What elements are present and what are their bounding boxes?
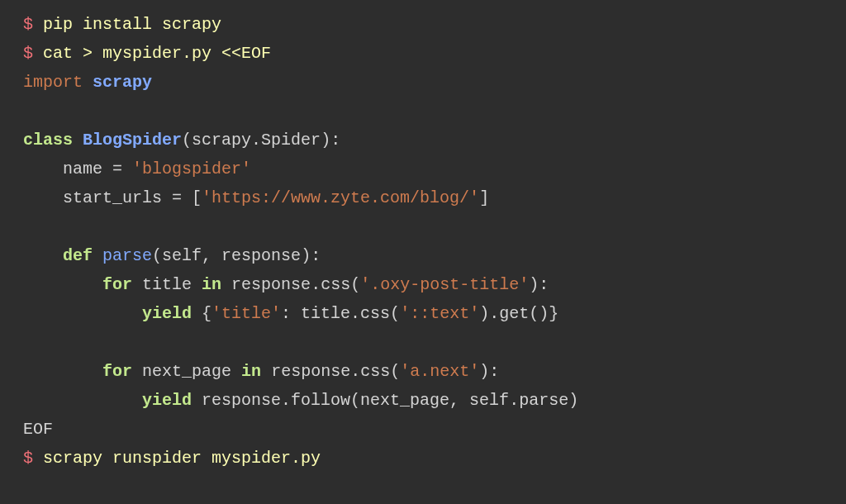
response-css-call: response.css( <box>271 362 400 381</box>
var-title: title <box>142 275 192 294</box>
response-css-call: response.css( <box>231 275 360 294</box>
equals: = <box>102 159 132 178</box>
keyword-yield: yield <box>142 304 192 323</box>
paren-open: ( <box>182 131 192 150</box>
paren-close-colon: ): <box>301 246 321 265</box>
keyword-for: for <box>102 275 132 294</box>
paren-close-colon: ): <box>479 362 499 381</box>
shell-prompt: $ <box>23 449 33 468</box>
get-close: ).get()} <box>479 304 558 323</box>
string-name-value: 'blogspider' <box>132 159 251 178</box>
equals-bracket: = [ <box>162 188 202 207</box>
keyword-yield: yield <box>142 391 192 410</box>
attr-name: name <box>63 159 102 178</box>
keyword-for: for <box>102 362 132 381</box>
keyword-import: import <box>23 73 83 92</box>
module-scrapy: scrapy <box>93 73 152 92</box>
func-parse: parse <box>102 246 152 265</box>
base-module: scrapy <box>192 131 251 150</box>
string-selector-next: 'a.next' <box>400 362 479 381</box>
cmd-cat-heredoc: cat > myspider.py <<EOF <box>43 44 271 63</box>
paren-close-colon: ): <box>529 275 549 294</box>
class-blogspider: BlogSpider <box>83 131 182 150</box>
title-css-call: title.css( <box>301 304 400 323</box>
paren-close-colon: ): <box>321 131 340 150</box>
code-block: $ pip install scrapy $ cat > myspider.py… <box>23 10 823 473</box>
keyword-def: def <box>63 246 93 265</box>
keyword-class: class <box>23 131 73 150</box>
response-follow-call: response.follow(next_page, <box>192 391 469 410</box>
self: self <box>469 391 509 410</box>
cmd-scrapy-runspider: scrapy runspider myspider.py <box>43 449 321 468</box>
shell-prompt: $ <box>23 44 33 63</box>
base-class: Spider <box>261 131 321 150</box>
keyword-in: in <box>202 275 221 294</box>
comma: , <box>202 246 221 265</box>
dot: . <box>251 131 261 150</box>
cmd-pip-install: pip install scrapy <box>43 15 221 34</box>
bracket-close: ] <box>479 188 489 207</box>
string-selector-title: '.oxy-post-title' <box>360 275 529 294</box>
heredoc-eof: EOF <box>23 420 53 439</box>
string-dict-key: 'title' <box>212 304 281 323</box>
keyword-in: in <box>241 362 261 381</box>
attr-start-urls: start_urls <box>63 188 162 207</box>
arg-self: self <box>162 246 202 265</box>
colon: : <box>281 304 301 323</box>
var-next-page: next_page <box>142 362 231 381</box>
string-url: 'https://www.zyte.com/blog/' <box>202 188 479 207</box>
paren-open: ( <box>152 246 162 265</box>
dict-open: { <box>192 304 212 323</box>
shell-prompt: $ <box>23 15 33 34</box>
dot-parse-close: .parse) <box>509 391 578 410</box>
string-selector-text: '::text' <box>400 304 479 323</box>
arg-response: response <box>221 246 301 265</box>
